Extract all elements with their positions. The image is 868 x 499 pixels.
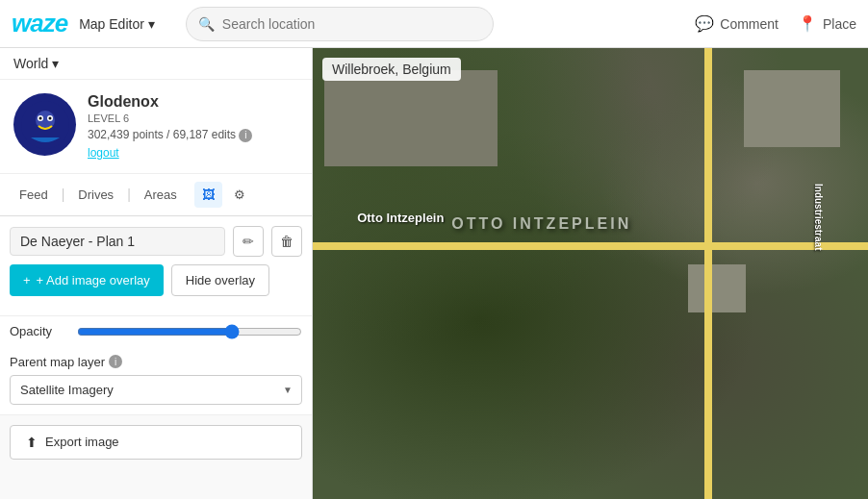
delete-overlay-button[interactable]: 🗑 <box>271 226 302 257</box>
parent-layer-text: Parent map layer <box>10 355 105 369</box>
add-overlay-label: + Add image overlay <box>37 273 150 287</box>
profile-level: LEVEL 6 <box>88 112 298 124</box>
svg-point-5 <box>48 116 51 119</box>
layer-select-wrapper: Satellite Imagery Street Map None <box>10 375 302 405</box>
road-vertical <box>704 48 712 499</box>
topbar-actions: 💬 Comment 📍 Place <box>695 14 856 33</box>
search-bar: 🔍 <box>186 7 494 41</box>
delete-icon: 🗑 <box>280 234 294 249</box>
tab-images-button[interactable]: 🖼 <box>194 182 222 208</box>
profile-stats-text: 302,439 points / 69,187 edits <box>88 128 236 141</box>
opacity-slider[interactable] <box>77 324 302 339</box>
parent-layer-section: Parent map layer i Satellite Imagery Str… <box>0 347 312 415</box>
comment-label: Comment <box>720 16 779 32</box>
tab-settings-button[interactable]: ⚙ <box>226 182 253 208</box>
avatar <box>13 93 76 156</box>
sidebar: World ▾ Glodenox LEVEL 6 <box>0 48 313 499</box>
road-horizontal <box>313 242 868 250</box>
profile-info: Glodenox LEVEL 6 302,439 points / 69,187… <box>88 93 298 160</box>
hide-overlay-button[interactable]: Hide overlay <box>171 264 269 296</box>
logo: waze <box>12 9 67 38</box>
place-icon: 📍 <box>798 14 817 33</box>
comment-icon: 💬 <box>695 14 714 33</box>
place-label: Place <box>823 16 856 32</box>
overlay-name-row: ✏ 🗑 <box>10 226 302 257</box>
map-editor-dropdown-icon[interactable]: ▾ <box>148 16 155 32</box>
main-layout: World ▾ Glodenox LEVEL 6 <box>0 48 868 499</box>
parent-layer-info-icon[interactable]: i <box>109 355 122 368</box>
map-editor-label: Map Editor ▾ <box>79 16 155 32</box>
gear-icon: ⚙ <box>234 187 245 202</box>
road-overlay-text: OTTO INTZEPLEIN <box>451 215 631 233</box>
images-icon: 🖼 <box>202 187 215 202</box>
search-icon: 🔍 <box>198 16 215 32</box>
add-icon: + <box>23 273 31 287</box>
map-editor-title: Map Editor <box>79 16 144 32</box>
world-nav-label: World ▾ <box>13 56 59 71</box>
building-3 <box>688 264 746 312</box>
profile-name: Glodenox <box>88 93 298 111</box>
overlay-action-row: + + Add image overlay Hide overlay <box>10 264 302 296</box>
opacity-row: Opacity <box>0 316 312 347</box>
edit-icon: ✏ <box>243 234 254 249</box>
comment-button[interactable]: 💬 Comment <box>695 14 779 33</box>
parent-layer-label: Parent map layer i <box>10 355 302 369</box>
stats-info-icon[interactable]: i <box>239 129 252 142</box>
opacity-label: Opacity <box>10 324 67 338</box>
topbar: waze Map Editor ▾ 🔍 💬 Comment 📍 Place <box>0 0 868 48</box>
overlay-section: ✏ 🗑 + + Add image overlay Hide overlay <box>0 216 312 316</box>
tab-bar: Feed | Drives | Areas 🖼 ⚙ <box>0 174 312 216</box>
edit-overlay-button[interactable]: ✏ <box>233 226 264 257</box>
overlay-name-input[interactable] <box>10 227 225 256</box>
export-label: Export image <box>45 435 119 449</box>
logo-text: waze <box>12 9 67 38</box>
logout-link[interactable]: logout <box>88 146 298 160</box>
profile-stats: 302,439 points / 69,187 edits i <box>88 128 298 142</box>
tab-drives[interactable]: Drives <box>68 182 123 208</box>
layer-select[interactable]: Satellite Imagery Street Map None <box>10 375 302 405</box>
world-nav-button[interactable]: World ▾ <box>13 56 59 71</box>
location-badge: Willebroek, Belgium <box>322 58 461 81</box>
export-icon: ⬆ <box>26 435 38 450</box>
export-image-button[interactable]: ⬆ Export image <box>10 425 302 460</box>
profile-section: Glodenox LEVEL 6 302,439 points / 69,187… <box>0 80 312 174</box>
tab-areas[interactable]: Areas <box>135 182 187 208</box>
building-1 <box>324 70 498 166</box>
world-nav: World ▾ <box>0 48 312 80</box>
svg-point-4 <box>38 116 41 119</box>
tab-divider-1: | <box>62 187 65 202</box>
add-overlay-button[interactable]: + + Add image overlay <box>10 264 164 296</box>
building-2 <box>744 70 840 147</box>
tab-feed[interactable]: Feed <box>10 182 58 208</box>
road-label-vertical: Industriestraat <box>813 184 824 250</box>
map-area[interactable]: Otto Intzeplein Industriestraat OTTO INT… <box>313 48 868 499</box>
place-button[interactable]: 📍 Place <box>798 14 856 33</box>
road-label-horizontal: Otto Intzeplein <box>357 211 444 225</box>
tab-divider-2: | <box>127 187 131 202</box>
search-input[interactable] <box>222 16 481 32</box>
